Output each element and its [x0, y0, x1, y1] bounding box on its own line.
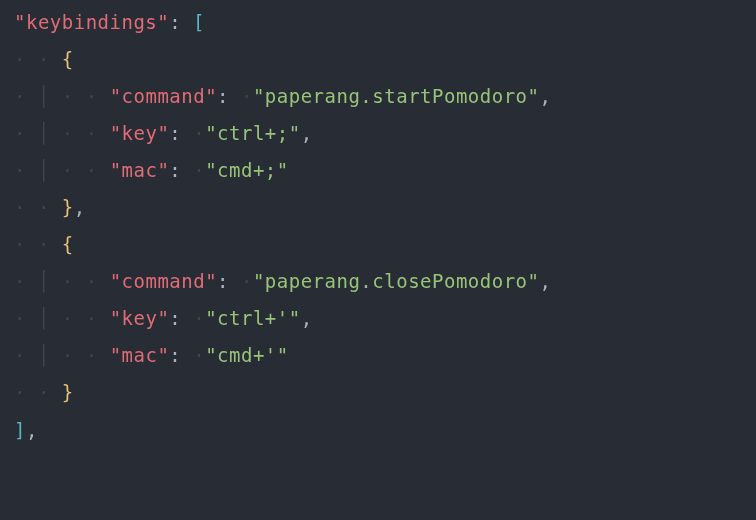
- json-brace-open: {: [62, 48, 74, 70]
- json-string: "paperang.closePomodoro": [253, 270, 540, 292]
- code-line: · · },: [0, 189, 756, 226]
- code-line: · │ · · "command": ·"paperang.startPomod…: [0, 78, 756, 115]
- code-line: ],: [0, 412, 756, 449]
- json-key: "key": [110, 122, 170, 144]
- code-line: · │ · · "command": ·"paperang.closePomod…: [0, 263, 756, 300]
- code-line: · · }: [0, 374, 756, 411]
- code-line: · │ · · "key": ·"ctrl+;",: [0, 115, 756, 152]
- code-line: · · {: [0, 41, 756, 78]
- json-key: "command": [110, 85, 217, 107]
- code-editor-viewport[interactable]: "keybindings": [ · · { · │ · · "command"…: [0, 4, 756, 449]
- json-brace-close: }: [62, 196, 74, 218]
- json-string: "ctrl+'": [205, 307, 301, 329]
- json-key: "keybindings": [14, 11, 169, 33]
- json-brace-close: }: [62, 381, 74, 403]
- json-string: "cmd+;": [205, 159, 289, 181]
- json-key: "command": [110, 270, 217, 292]
- json-bracket-close: ]: [14, 419, 26, 441]
- json-key: "mac": [110, 344, 170, 366]
- code-line: · │ · · "mac": ·"cmd+'": [0, 337, 756, 374]
- json-key: "key": [110, 307, 170, 329]
- code-line: "keybindings": [: [0, 4, 756, 41]
- json-bracket-open: [: [193, 11, 205, 33]
- json-string: "paperang.startPomodoro": [253, 85, 540, 107]
- json-string: "ctrl+;": [205, 122, 301, 144]
- json-key: "mac": [110, 159, 170, 181]
- json-string: "cmd+'": [205, 344, 289, 366]
- code-line: · · {: [0, 226, 756, 263]
- code-line: · │ · · "key": ·"ctrl+'",: [0, 300, 756, 337]
- json-brace-open: {: [62, 233, 74, 255]
- code-line: · │ · · "mac": ·"cmd+;": [0, 152, 756, 189]
